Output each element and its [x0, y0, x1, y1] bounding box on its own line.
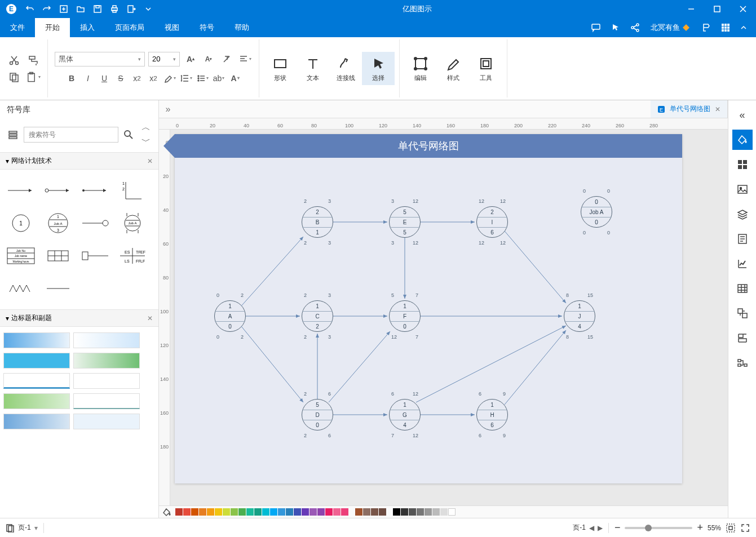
close-lib-2[interactable]: ✕: [147, 314, 153, 322]
tool-layers[interactable]: [732, 204, 753, 224]
apps-button[interactable]: [718, 22, 733, 33]
superscript-button[interactable]: x2: [130, 71, 144, 86]
page-prev[interactable]: ◀: [589, 524, 594, 532]
fill-bucket-icon[interactable]: [162, 508, 171, 517]
page-dropdown[interactable]: ▾: [34, 524, 38, 532]
shrink-font-button[interactable]: A▾: [201, 52, 216, 66]
cut-button[interactable]: [7, 53, 21, 68]
menu-insert[interactable]: 插入: [70, 18, 105, 37]
clear-format-button[interactable]: [219, 52, 234, 66]
menu-file[interactable]: 文件: [0, 18, 35, 37]
strike-button[interactable]: S: [113, 71, 128, 86]
close-tab-button[interactable]: ✕: [715, 105, 720, 113]
color-swatch[interactable]: [432, 508, 440, 516]
title-style-9[interactable]: [3, 414, 70, 429]
export-button[interactable]: [124, 2, 139, 16]
tool-image[interactable]: [732, 179, 753, 199]
undo-button[interactable]: [23, 2, 37, 16]
color-swatch[interactable]: [409, 508, 416, 516]
title-style-4[interactable]: [73, 353, 140, 369]
color-swatch[interactable]: [246, 508, 254, 516]
node-I[interactable]: 2I612121212: [476, 206, 508, 238]
align-button[interactable]: ▾: [237, 52, 252, 66]
print-button[interactable]: [107, 2, 122, 16]
redo-button[interactable]: [39, 2, 54, 16]
color-swatch[interactable]: [317, 508, 325, 516]
shape-line-circle[interactable]: [78, 208, 113, 238]
title-style-2[interactable]: [73, 332, 140, 348]
menu-home[interactable]: 开始: [35, 18, 70, 37]
title-style-1[interactable]: [3, 332, 70, 348]
shape-es-table[interactable]: ESTFEFLSFFLF: [115, 241, 150, 271]
maximize-button[interactable]: [704, 0, 730, 18]
node-JobA[interactable]: 0Job A00000: [581, 196, 612, 228]
comment-button[interactable]: [587, 21, 604, 34]
menu-view[interactable]: 视图: [154, 18, 189, 37]
tools-button[interactable]: 工具: [470, 52, 502, 85]
menu-symbols[interactable]: 符号: [189, 18, 224, 37]
theme-button[interactable]: [697, 21, 714, 34]
shape-table-small[interactable]: [41, 241, 76, 271]
zoom-out[interactable]: −: [614, 522, 621, 534]
shape-zigzag[interactable]: [3, 273, 38, 304]
color-swatch[interactable]: [270, 508, 277, 516]
format-painter-button[interactable]: [26, 53, 41, 68]
shape-bracket[interactable]: 12: [115, 175, 150, 206]
library-menu-button[interactable]: [6, 127, 20, 142]
open-button[interactable]: [73, 2, 88, 16]
menu-help[interactable]: 帮助: [224, 18, 259, 37]
save-button[interactable]: [90, 2, 105, 16]
tool-fill[interactable]: [732, 130, 753, 150]
title-style-7[interactable]: [3, 393, 70, 409]
title-style-3[interactable]: [3, 353, 70, 369]
node-C[interactable]: 1C22323: [302, 300, 333, 332]
tool-shapes[interactable]: [732, 303, 753, 323]
color-swatch[interactable]: [393, 508, 400, 516]
color-swatch[interactable]: [310, 508, 317, 516]
tool-align[interactable]: [732, 328, 753, 348]
title-style-5[interactable]: [3, 373, 70, 389]
lib-section-network[interactable]: ▾ 网络计划技术✕: [0, 152, 158, 170]
share-button[interactable]: [627, 21, 644, 34]
doc-tab-active[interactable]: E 单代号网络图 ✕: [651, 100, 728, 118]
shape-button[interactable]: 形状: [264, 52, 297, 85]
title-style-8[interactable]: [73, 393, 140, 409]
new-button[interactable]: [56, 2, 71, 16]
color-swatch[interactable]: [262, 508, 269, 516]
user-badge[interactable]: 北冥有鱼: [647, 21, 694, 34]
tool-chart[interactable]: [732, 254, 753, 274]
color-swatch[interactable]: [333, 508, 341, 516]
node-J[interactable]: 1J4815815: [564, 300, 595, 332]
collapse-ribbon-button[interactable]: [737, 23, 750, 32]
select-button[interactable]: 选择: [362, 52, 395, 85]
color-swatch[interactable]: [191, 508, 198, 516]
color-swatch[interactable]: [278, 508, 285, 516]
underline-button[interactable]: U: [97, 71, 112, 86]
zoom-value[interactable]: 55%: [708, 524, 721, 532]
text-button[interactable]: 文本: [297, 52, 329, 85]
zoom-in[interactable]: +: [697, 522, 703, 534]
subscript-button[interactable]: x2: [146, 71, 161, 86]
lib-prev-button[interactable]: ︿: [142, 122, 151, 134]
node-B[interactable]: 2B12323: [302, 206, 333, 238]
highlight-button[interactable]: ▾: [162, 71, 177, 86]
close-button[interactable]: [730, 0, 756, 18]
style-button[interactable]: 样式: [437, 52, 470, 85]
menu-page-layout[interactable]: 页面布局: [105, 18, 154, 37]
node-A[interactable]: 1A00202: [214, 300, 246, 332]
tabs-expand-button[interactable]: »: [159, 100, 177, 118]
node-H[interactable]: 1H66969: [476, 399, 508, 431]
color-swatch[interactable]: [355, 508, 362, 516]
page-next[interactable]: ▶: [598, 524, 603, 532]
close-lib-1[interactable]: ✕: [147, 157, 153, 165]
shape-arrow-dot[interactable]: [78, 175, 113, 206]
node-G[interactable]: 1G4612712: [389, 399, 421, 431]
color-swatch[interactable]: [363, 508, 370, 516]
shape-circle-ticks[interactable]: Job A: [115, 208, 150, 238]
shape-circle-job[interactable]: 1Job A3: [41, 208, 76, 238]
color-swatch[interactable]: [199, 508, 206, 516]
color-swatch[interactable]: [207, 508, 214, 516]
paste-button[interactable]: ▾: [26, 70, 41, 85]
qat-dropdown[interactable]: [141, 2, 156, 16]
bullet-button[interactable]: ▾: [195, 71, 210, 86]
